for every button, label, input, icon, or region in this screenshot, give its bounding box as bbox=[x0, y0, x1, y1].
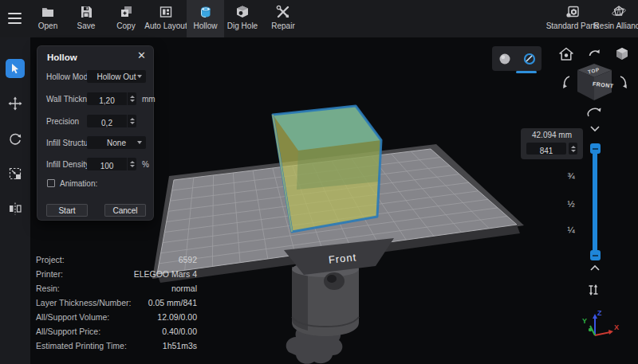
infill-density-stepper[interactable] bbox=[128, 158, 136, 170]
layer-number-input[interactable] bbox=[526, 143, 566, 155]
precision-label: Precision bbox=[46, 117, 79, 126]
hollow-mode-label: Hollow Mode bbox=[46, 72, 93, 81]
info-row-price: All/Support Price: 0.40/0.00 bbox=[36, 324, 197, 339]
chevron-down-icon bbox=[137, 75, 142, 78]
info-value: 6592 bbox=[179, 255, 197, 264]
info-label: All/Support Volume: bbox=[36, 312, 109, 322]
rotate-down-arrow-icon[interactable] bbox=[588, 108, 601, 117]
hollow-mode-value: Hollow Out bbox=[97, 72, 136, 81]
info-row-project: Project: 6592 bbox=[36, 252, 197, 267]
toolbar-dig-hole-button[interactable]: Dig Hole bbox=[223, 0, 262, 37]
toolbar-repair-button[interactable]: Repair bbox=[264, 0, 302, 37]
hollow-dialog-title: Hollow bbox=[47, 53, 77, 62]
layer-range-slider-track[interactable] bbox=[593, 149, 597, 256]
slider-mark-quarter: ¼ bbox=[565, 225, 577, 235]
info-value: 1h51m3s bbox=[163, 341, 197, 350]
info-value: 0.05 mm/841 bbox=[148, 298, 197, 307]
start-button[interactable]: Start bbox=[46, 204, 88, 217]
layer-slider-top-handle[interactable] bbox=[590, 143, 601, 154]
save-floppy-icon bbox=[78, 4, 94, 20]
solid-view-button[interactable] bbox=[498, 52, 512, 66]
scale-icon bbox=[8, 166, 22, 181]
axis-z-label: Z bbox=[597, 309, 602, 317]
wall-thickness-input[interactable] bbox=[87, 92, 127, 105]
toolbar-save-label: Save bbox=[77, 22, 96, 30]
toolbar-hollow-label: Hollow bbox=[193, 22, 217, 30]
view-cube-widget[interactable]: TOP FRONT bbox=[557, 61, 636, 119]
slicer-app: Front Z X Y Open bbox=[0, 0, 638, 364]
infill-structure-dropdown[interactable]: None bbox=[87, 136, 146, 149]
slider-collapse-chevron-icon[interactable] bbox=[588, 123, 602, 133]
close-icon[interactable]: ✕ bbox=[137, 50, 146, 61]
axis-y-label: Y bbox=[582, 317, 587, 325]
infill-density-unit: % bbox=[142, 160, 149, 169]
swap-range-icon[interactable] bbox=[586, 283, 601, 297]
infill-structure-value: None bbox=[107, 139, 126, 147]
standard-parts-icon bbox=[565, 4, 581, 20]
toolbar-hollow-button[interactable]: Hollow bbox=[187, 0, 224, 37]
tool-rotate-button[interactable] bbox=[6, 129, 25, 148]
rotate-up-arrow-icon[interactable] bbox=[586, 47, 602, 60]
view-cube[interactable]: TOP FRONT bbox=[577, 64, 614, 100]
precision-input[interactable] bbox=[87, 115, 127, 127]
toolbar-save-button[interactable]: Save bbox=[67, 0, 105, 37]
rotate-left-arrow-icon[interactable] bbox=[563, 76, 569, 88]
home-view-button[interactable] bbox=[558, 47, 574, 61]
slider-mark-half: ½ bbox=[565, 199, 577, 209]
model-cube[interactable] bbox=[273, 106, 381, 232]
info-row-time: Estimated Printing Time: 1h51m3s bbox=[36, 339, 197, 353]
info-value: 12.09/0.00 bbox=[157, 312, 197, 322]
resin-alliance-gem-icon bbox=[611, 4, 627, 20]
info-label: Resin: bbox=[36, 284, 60, 293]
hollow-cylinder-icon bbox=[198, 4, 214, 20]
select-cursor-icon bbox=[10, 63, 21, 74]
axis-x-label: X bbox=[614, 323, 619, 331]
layer-slider-bottom-handle[interactable] bbox=[590, 250, 601, 260]
transparent-view-button[interactable] bbox=[522, 52, 537, 66]
perspective-cube-icon[interactable] bbox=[614, 46, 630, 61]
info-label: All/Support Price: bbox=[36, 327, 100, 336]
toolbar-resin-alliance-label: Resin Alliance bbox=[594, 22, 638, 30]
toolbar-open-button[interactable]: Open bbox=[29, 0, 67, 37]
animation-checkbox-label: Animation: bbox=[60, 179, 97, 188]
info-row-printer: Printer: ELEGOO Mars 4 bbox=[36, 267, 197, 281]
hollow-mode-dropdown[interactable]: Hollow Out bbox=[87, 70, 146, 83]
rotate-right-arrow-icon[interactable] bbox=[620, 76, 627, 88]
cancel-button[interactable]: Cancel bbox=[104, 204, 146, 217]
top-toolbar: Open Save Copy Auto Layout bbox=[0, 0, 638, 37]
info-value: normal bbox=[171, 284, 197, 293]
dig-hole-icon bbox=[234, 4, 250, 20]
toolbar-repair-label: Repair bbox=[271, 22, 294, 30]
folder-open-icon bbox=[40, 4, 56, 20]
copy-icon bbox=[118, 4, 134, 20]
menu-hamburger-icon[interactable] bbox=[8, 13, 22, 24]
info-row-volume: All/Support Volume: 12.09/0.00 bbox=[36, 310, 197, 324]
slider-expand-chevron-icon[interactable] bbox=[588, 264, 602, 273]
build-platform-pedestal bbox=[286, 261, 359, 364]
tool-select-button[interactable] bbox=[6, 59, 25, 78]
toolbar-copy-button[interactable]: Copy bbox=[107, 0, 145, 37]
info-value: ELEGOO Mars 4 bbox=[134, 269, 197, 279]
model-height-value: 42.094 mm bbox=[521, 131, 583, 139]
tool-mirror-button[interactable] bbox=[6, 199, 25, 218]
slider-mark-three-quarters: ¾ bbox=[565, 171, 577, 181]
tool-scale-button[interactable] bbox=[6, 164, 25, 183]
toolbar-auto-layout-button[interactable]: Auto Layout bbox=[140, 0, 191, 37]
render-mode-toggle bbox=[492, 46, 542, 71]
layer-number-stepper[interactable] bbox=[569, 143, 577, 155]
hollow-dialog: Hollow ✕ Hollow Mode Hollow Out Wall Thi… bbox=[37, 45, 154, 221]
precision-stepper[interactable] bbox=[128, 115, 136, 127]
info-label: Project: bbox=[36, 255, 65, 264]
infill-density-input[interactable] bbox=[87, 158, 127, 170]
toolbar-dig-hole-label: Dig Hole bbox=[227, 22, 258, 30]
toolbar-resin-alliance-button[interactable]: Resin Alliance bbox=[589, 0, 638, 37]
axes-triad: Z X Y bbox=[582, 309, 619, 335]
toolbar-auto-layout-label: Auto Layout bbox=[144, 22, 187, 30]
tool-sidebar bbox=[0, 37, 30, 364]
wall-thickness-stepper[interactable] bbox=[128, 92, 136, 105]
info-row-layer: Layer Thickness/Number: 0.05 mm/841 bbox=[36, 296, 197, 310]
tool-move-button[interactable] bbox=[6, 94, 25, 113]
model-height-panel: 42.094 mm bbox=[521, 128, 583, 159]
animation-checkbox[interactable] bbox=[47, 179, 55, 187]
repair-tools-icon bbox=[275, 4, 291, 20]
